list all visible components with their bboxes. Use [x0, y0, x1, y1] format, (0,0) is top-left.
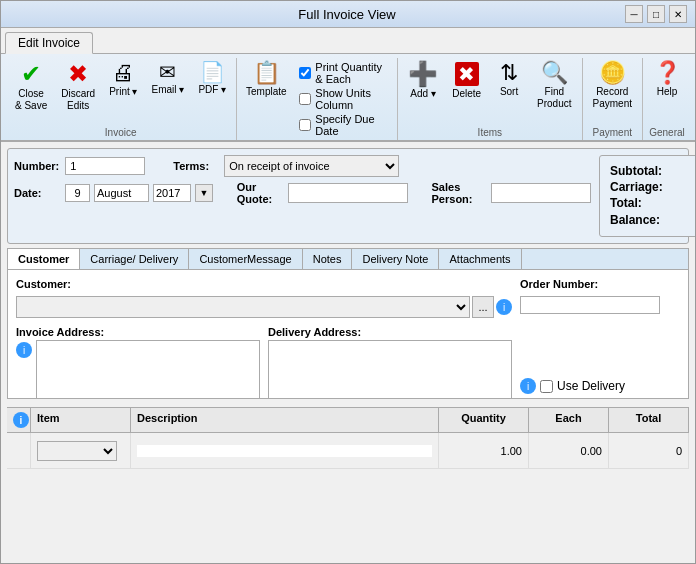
item-select[interactable]	[37, 441, 117, 461]
invoice-buttons: ✔ Close& Save ✖ DiscardEdits 🖨 Print ▾ ✉…	[9, 58, 232, 123]
invoice-group-label: Invoice	[105, 125, 137, 140]
record-payment-icon: 🪙	[599, 62, 626, 84]
use-delivery-info-icon[interactable]: i	[520, 378, 536, 394]
number-label: Number:	[14, 160, 59, 172]
print-button[interactable]: 🖨 Print ▾	[103, 58, 143, 102]
invoice-header: Number: Terms: On receipt of invoice 30 …	[7, 148, 689, 244]
number-input[interactable]	[65, 157, 145, 175]
td-quantity: 1.00	[439, 433, 529, 468]
close-button[interactable]: ✕	[669, 5, 687, 23]
date-fields: ▼	[65, 184, 213, 202]
description-input[interactable]	[137, 445, 432, 457]
minimize-button[interactable]: ─	[625, 5, 643, 23]
ribbon-content: ✔ Close& Save ✖ DiscardEdits 🖨 Print ▾ ✉…	[5, 58, 691, 140]
find-product-icon: 🔍	[541, 62, 568, 84]
carriage-label: Carriage:	[610, 180, 663, 194]
th-item: Item	[31, 408, 131, 432]
discard-label: DiscardEdits	[61, 88, 95, 112]
print-icon: 🖨	[112, 62, 134, 84]
find-product-label: FindProduct	[537, 86, 571, 110]
specify-due-checkbox-item: Specify Due Date	[299, 113, 387, 137]
specify-due-checkbox[interactable]	[299, 119, 311, 131]
email-icon: ✉	[159, 62, 176, 82]
record-payment-button[interactable]: 🪙 RecordPayment	[587, 58, 638, 114]
template-buttons: 📋 Template Print Quantity & Each Show Un…	[241, 58, 393, 140]
sales-label: Sales Person:	[432, 181, 485, 205]
items-table: i Item Description Quantity Each Total 1…	[7, 407, 689, 557]
checkbox-group: Print Quantity & Each Show Units Column …	[293, 58, 393, 140]
balance-label: Balance:	[610, 213, 660, 227]
date-row: Date: ▼ Our Quote: Sales Person:	[14, 181, 591, 205]
specify-due-label: Specify Due Date	[315, 113, 387, 137]
order-number-input[interactable]	[520, 296, 660, 314]
help-button[interactable]: ❓ Help	[647, 58, 687, 102]
customer-left: Customer: ... i Invoice Address: i	[16, 278, 512, 398]
invoice-address-textarea[interactable]	[36, 340, 260, 398]
edit-invoice-tab[interactable]: Edit Invoice	[5, 32, 93, 54]
td-info	[7, 433, 31, 468]
calendar-button[interactable]: ▼	[195, 184, 213, 202]
sales-person-input[interactable]	[491, 183, 591, 203]
carriage-row: Carriage: £0.00	[610, 180, 695, 194]
ribbon: ✔ Close& Save ✖ DiscardEdits 🖨 Print ▾ ✉…	[1, 54, 695, 142]
print-label: Print ▾	[109, 86, 137, 98]
close-save-button[interactable]: ✔ Close& Save	[9, 58, 53, 116]
tab-bar: Edit Invoice	[1, 28, 695, 54]
template-icon: 📋	[253, 62, 280, 84]
general-group: ❓ Help General	[643, 58, 691, 140]
quote-input[interactable]	[288, 183, 408, 203]
date-month-input[interactable]	[94, 184, 149, 202]
th-each: Each	[529, 408, 609, 432]
attachments-tab[interactable]: Attachments	[439, 249, 521, 269]
table-header: i Item Description Quantity Each Total	[7, 408, 689, 433]
customer-right: Order Number: i Use Delivery	[520, 278, 680, 398]
table-row: 1.00 0.00 0	[7, 433, 689, 469]
maximize-button[interactable]: □	[647, 5, 665, 23]
template-label: Template	[246, 86, 287, 98]
date-year-input[interactable]	[153, 184, 191, 202]
delivery-address-textarea[interactable]	[268, 340, 512, 398]
sort-button[interactable]: ⇅ Sort	[489, 58, 529, 102]
customer-tab[interactable]: Customer	[8, 249, 80, 269]
payment-buttons: 🪙 RecordPayment	[587, 58, 638, 123]
discard-icon: ✖	[68, 62, 88, 86]
use-delivery-checkbox[interactable]	[540, 380, 553, 393]
section-tabs-header: Customer Carriage/ Delivery CustomerMess…	[8, 249, 688, 270]
date-day-input[interactable]	[65, 184, 90, 202]
td-total: 0	[609, 433, 689, 468]
customer-section: Customer: ... i Invoice Address: i	[16, 278, 680, 398]
order-number-label: Order Number:	[520, 278, 680, 290]
payment-group-label: Payment	[593, 125, 632, 140]
customer-select[interactable]	[16, 296, 470, 318]
window-title: Full Invoice View	[69, 7, 625, 22]
print-qty-checkbox[interactable]	[299, 67, 311, 79]
help-icon: ❓	[654, 62, 681, 84]
customer-info-icon[interactable]: i	[496, 299, 512, 315]
date-label: Date:	[14, 187, 59, 199]
pdf-label: PDF ▾	[198, 84, 226, 96]
pdf-icon: 📄	[200, 62, 225, 82]
delivery-note-tab[interactable]: Delivery Note	[352, 249, 439, 269]
add-button[interactable]: ➕ Add ▾	[402, 58, 444, 104]
invoice-address-info-icon[interactable]: i	[16, 342, 32, 358]
use-delivery-label: Use Delivery	[557, 379, 625, 393]
carriage-delivery-tab[interactable]: Carriage/ Delivery	[80, 249, 189, 269]
show-units-checkbox[interactable]	[299, 93, 311, 105]
show-units-label: Show Units Column	[315, 87, 387, 111]
discard-edits-button[interactable]: ✖ DiscardEdits	[55, 58, 101, 116]
email-label: Email ▾	[152, 84, 185, 96]
pdf-button[interactable]: 📄 PDF ▾	[192, 58, 232, 100]
number-row: Number: Terms: On receipt of invoice 30 …	[14, 155, 591, 177]
terms-select[interactable]: On receipt of invoice 30 days 60 days	[224, 155, 399, 177]
balance-row: Balance: £0.00	[610, 212, 695, 228]
customer-message-tab[interactable]: CustomerMessage	[189, 249, 302, 269]
invoice-address-label: Invoice Address:	[16, 326, 260, 338]
delete-button[interactable]: ✖ Delete	[446, 58, 487, 104]
th-info: i	[7, 408, 31, 432]
customer-browse-button[interactable]: ...	[472, 296, 494, 318]
find-product-button[interactable]: 🔍 FindProduct	[531, 58, 577, 114]
notes-tab[interactable]: Notes	[303, 249, 353, 269]
table-header-info-icon[interactable]: i	[13, 412, 29, 428]
email-button[interactable]: ✉ Email ▾	[146, 58, 191, 100]
template-button[interactable]: 📋 Template	[241, 58, 291, 102]
